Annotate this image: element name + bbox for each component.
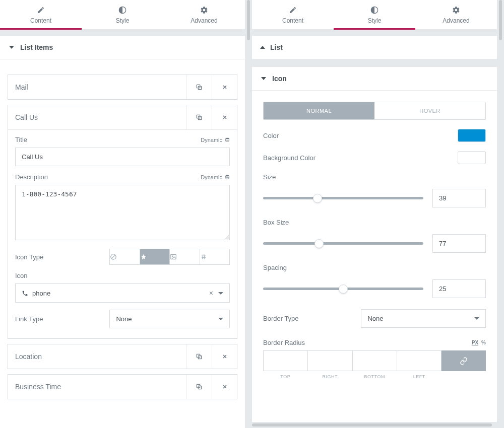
color-label: Color — [263, 132, 279, 139]
icon-type-choices — [109, 249, 230, 265]
section-list-items[interactable]: List Items — [0, 36, 245, 59]
spacing-slider[interactable] — [263, 288, 423, 290]
panel-divider[interactable] — [245, 0, 252, 428]
copy-icon — [196, 353, 203, 360]
link-icon — [460, 357, 468, 365]
tab-content[interactable]: Content — [252, 0, 334, 29]
chevron-right-icon — [260, 46, 265, 49]
remove-button[interactable] — [212, 105, 237, 129]
icon-type-icon[interactable] — [140, 249, 169, 264]
link-type-value: None — [116, 315, 132, 323]
state-normal[interactable]: NORMAL — [264, 102, 374, 119]
tab-content-label: Content — [282, 17, 303, 24]
color-swatch[interactable] — [458, 129, 486, 142]
right-scrollbar[interactable] — [497, 0, 504, 428]
ban-icon — [110, 253, 117, 260]
section-icon-title: Icon — [272, 75, 287, 83]
list-item-title[interactable]: Mail — [8, 75, 186, 99]
icon-clear[interactable]: × — [207, 289, 215, 297]
radius-right[interactable] — [308, 350, 352, 371]
left-tabs: Content Style Advanced — [0, 0, 245, 30]
spacing-input[interactable] — [432, 279, 486, 298]
slider-thumb[interactable] — [314, 239, 324, 248]
spacing-label: Spacing — [263, 264, 486, 271]
horizontal-scrollbar[interactable] — [252, 422, 497, 428]
radius-top[interactable] — [263, 350, 308, 371]
contrast-icon — [370, 6, 379, 14]
copy-icon — [196, 114, 203, 121]
section-title: List Items — [20, 43, 53, 51]
border-type-value: None — [367, 315, 383, 322]
svg-point-5 — [226, 137, 229, 139]
slider-thumb[interactable] — [339, 284, 348, 294]
copy-icon — [196, 383, 203, 390]
remove-button[interactable] — [212, 75, 237, 99]
unit-px[interactable]: PX — [472, 340, 478, 345]
close-icon — [222, 84, 228, 90]
icon-type-text[interactable] — [200, 249, 229, 264]
icon-select[interactable]: phone × — [15, 283, 230, 303]
list-item-title[interactable]: Business Time — [8, 375, 186, 399]
svg-line-8 — [111, 255, 115, 259]
tab-style[interactable]: Style — [82, 0, 163, 29]
unit-percent[interactable]: % — [481, 340, 486, 345]
link-values-button[interactable] — [442, 350, 486, 371]
close-icon — [222, 384, 228, 390]
box-size-input[interactable] — [432, 234, 486, 253]
svg-line-14 — [204, 254, 205, 259]
size-input[interactable] — [432, 189, 486, 207]
close-icon — [222, 114, 228, 120]
pencil-icon — [37, 6, 45, 14]
duplicate-button[interactable] — [186, 75, 212, 99]
icon-value: phone — [32, 290, 50, 297]
state-hover[interactable]: HOVER — [374, 102, 485, 119]
svg-point-6 — [226, 175, 229, 176]
list-item-body: Title Dynamic Description Dynamic — [8, 129, 237, 338]
border-type-select[interactable]: None — [361, 309, 486, 328]
icon-type-image[interactable] — [169, 249, 199, 264]
radius-bottom[interactable] — [353, 350, 397, 371]
bg-color-swatch[interactable] — [458, 151, 486, 164]
border-radius-label: Border Radius — [263, 339, 466, 346]
icon-label: Icon — [15, 272, 28, 279]
section-icon[interactable]: Icon — [252, 67, 497, 91]
duplicate-button[interactable] — [186, 105, 212, 129]
dynamic-toggle[interactable]: Dynamic — [201, 174, 230, 180]
slider-thumb[interactable] — [313, 194, 322, 203]
duplicate-button[interactable] — [186, 344, 212, 369]
size-slider[interactable] — [263, 197, 423, 199]
tab-advanced[interactable]: Advanced — [163, 0, 245, 29]
tab-advanced[interactable]: Advanced — [415, 0, 497, 29]
description-input[interactable]: 1-800-123-4567 — [15, 185, 230, 240]
icon-type-none[interactable] — [110, 249, 139, 264]
dim-labels: TOP RIGHT BOTTOM LEFT — [263, 374, 486, 379]
left-panel: Content Style Advanced List Items Mail — [0, 0, 245, 428]
icon-type-label: Icon Type — [15, 253, 103, 261]
title-input[interactable] — [15, 148, 230, 166]
database-icon — [225, 175, 230, 180]
state-toggle: NORMAL HOVER — [263, 102, 486, 120]
remove-button[interactable] — [212, 375, 237, 399]
tab-style[interactable]: Style — [334, 0, 415, 29]
section-list[interactable]: List — [252, 36, 497, 59]
duplicate-button[interactable] — [186, 375, 212, 399]
link-type-select[interactable]: None — [109, 310, 230, 328]
chevron-down-icon — [474, 317, 479, 320]
image-icon — [170, 253, 177, 260]
list-item-title[interactable]: Location — [8, 344, 186, 369]
svg-rect-9 — [171, 254, 176, 259]
list-item-title[interactable]: Call Us — [8, 105, 186, 129]
chevron-down-icon — [261, 77, 266, 80]
tab-content[interactable]: Content — [0, 0, 82, 29]
section-list-title: List — [270, 43, 283, 51]
list-item: Location — [8, 344, 237, 369]
list-item: Mail — [8, 75, 237, 100]
box-size-slider[interactable] — [263, 242, 423, 245]
title-label: Title — [15, 136, 27, 144]
dynamic-toggle[interactable]: Dynamic — [201, 137, 230, 143]
radius-left[interactable] — [397, 350, 442, 371]
svg-line-13 — [202, 254, 203, 259]
remove-button[interactable] — [212, 344, 237, 369]
unit-switcher: PX % — [472, 340, 486, 345]
description-label: Description — [15, 173, 48, 181]
